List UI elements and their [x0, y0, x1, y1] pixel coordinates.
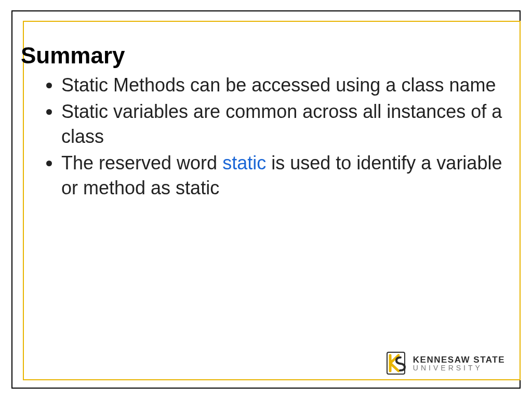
slide-title: Summary [21, 43, 509, 69]
university-logo: KENNESAW STATE UNIVERSITY [384, 350, 505, 376]
keyword-text: static [222, 152, 266, 174]
slide-outer-frame: Summary Static Methods can be accessed u… [11, 10, 521, 389]
logo-text: KENNESAW STATE UNIVERSITY [413, 355, 505, 371]
bullet-item: Static Methods can be accessed using a c… [61, 73, 509, 98]
bullet-text: The reserved word [61, 152, 222, 174]
bullet-item: Static variables are common across all i… [61, 99, 509, 150]
bullet-item: The reserved word static is used to iden… [61, 151, 509, 201]
logo-line1: KENNESAW STATE [413, 355, 505, 364]
bullet-list: Static Methods can be accessed using a c… [21, 73, 509, 201]
slide-content: Summary Static Methods can be accessed u… [21, 43, 509, 202]
ks-monogram-icon [384, 350, 408, 376]
bullet-text: Static Methods can be accessed using a c… [61, 74, 496, 96]
logo-line2: UNIVERSITY [413, 364, 505, 371]
bullet-text: Static variables are common across all i… [61, 101, 502, 148]
